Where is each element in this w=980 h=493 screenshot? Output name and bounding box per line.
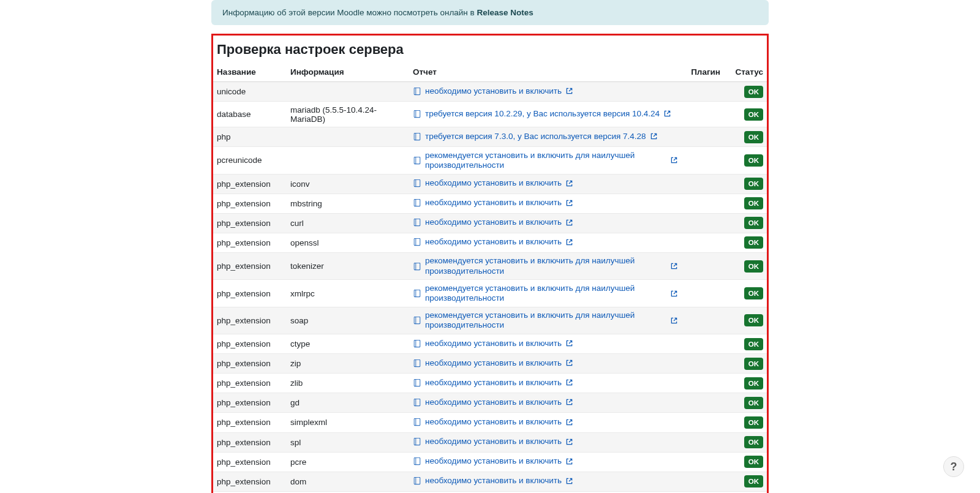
report-text: необходимо установить и включить [425, 86, 562, 96]
cell-status: OK [724, 252, 767, 279]
cell-report: требуется версия 7.3.0, у Вас использует… [409, 127, 681, 147]
status-badge: OK [744, 154, 763, 167]
server-checks-table: Название Информация Отчет Плагин Статус … [213, 62, 767, 493]
table-row: php_extensiongdнеобходимо установить и в… [213, 393, 767, 413]
report-text: необходимо установить и включить [425, 198, 562, 208]
external-link-icon [671, 157, 677, 164]
cell-info [287, 82, 409, 102]
cell-report: требуется версия 10.2.29, у Вас использу… [409, 102, 681, 127]
cell-name: php_extension [213, 174, 287, 194]
release-notes-link[interactable]: Release Notes [477, 8, 533, 17]
release-notes-alert: Информацию об этой версии Moodle можно п… [211, 0, 769, 25]
external-link-icon [566, 438, 573, 445]
cell-plugin [681, 452, 724, 472]
cell-report: рекомендуется установить и включить для … [409, 307, 681, 334]
report-text: рекомендуется установить и включить для … [425, 284, 666, 303]
book-icon [413, 218, 421, 227]
status-badge: OK [744, 217, 763, 229]
cell-plugin [681, 354, 724, 374]
table-row: phpтребуется версия 7.3.0, у Вас использ… [213, 127, 767, 147]
cell-report: необходимо установить и включить [409, 432, 681, 452]
cell-info: ctype [287, 334, 409, 354]
report-text: рекомендуется установить и включить для … [425, 151, 666, 170]
external-link-icon [566, 359, 573, 366]
cell-status: OK [724, 82, 767, 102]
report-link[interactable]: необходимо установить и включить [413, 178, 573, 188]
report-link[interactable]: необходимо установить и включить [413, 198, 573, 208]
status-badge: OK [744, 314, 763, 326]
report-link[interactable]: необходимо установить и включить [413, 417, 573, 427]
report-link[interactable]: рекомендуется установить и включить для … [413, 151, 677, 170]
report-link[interactable]: необходимо установить и включить [413, 476, 573, 486]
cell-info: tokenizer [287, 252, 409, 279]
report-text: необходимо установить и включить [425, 417, 562, 427]
alert-text: Информацию об этой версии Moodle можно п… [222, 8, 477, 17]
book-icon [413, 87, 421, 96]
report-link[interactable]: необходимо установить и включить [413, 217, 573, 227]
status-badge: OK [744, 108, 763, 121]
cell-status: OK [724, 334, 767, 354]
cell-report: необходимо установить и включить [409, 82, 681, 102]
book-icon [413, 156, 421, 165]
cell-status: OK [724, 452, 767, 472]
report-link[interactable]: необходимо установить и включить [413, 237, 573, 247]
cell-plugin [681, 472, 724, 491]
table-row: php_extensionxmlrpcрекомендуется установ… [213, 280, 767, 307]
table-row: php_extensionctypeнеобходимо установить … [213, 334, 767, 354]
report-link[interactable]: необходимо установить и включить [413, 339, 573, 348]
cell-name: php_extension [213, 374, 287, 393]
report-link[interactable]: требуется версия 7.3.0, у Вас использует… [413, 132, 657, 141]
cell-plugin [681, 147, 724, 174]
cell-plugin [681, 413, 724, 432]
table-row: php_extensionmbstringнеобходимо установи… [213, 194, 767, 213]
cell-status: OK [724, 233, 767, 252]
cell-status: OK [724, 354, 767, 374]
report-link[interactable]: требуется версия 10.2.29, у Вас использу… [413, 109, 671, 119]
external-link-icon [650, 133, 657, 140]
external-link-icon [566, 88, 573, 94]
table-row: php_extensionzlibнеобходимо установить и… [213, 374, 767, 393]
table-row: php_extensiontokenizerрекомендуется уста… [213, 252, 767, 279]
cell-name: php_extension [213, 213, 287, 233]
report-link[interactable]: рекомендуется установить и включить для … [413, 310, 677, 330]
report-link[interactable]: рекомендуется установить и включить для … [413, 256, 677, 276]
cell-name: php_extension [213, 233, 287, 252]
cell-plugin [681, 194, 724, 213]
external-link-icon [566, 478, 573, 484]
cell-report: необходимо установить и включить [409, 233, 681, 252]
cell-plugin [681, 174, 724, 194]
report-text: необходимо установить и включить [425, 456, 562, 466]
status-badge: OK [744, 377, 763, 390]
external-link-icon [566, 379, 573, 386]
report-link[interactable]: необходимо установить и включить [413, 358, 573, 368]
cell-name: php_extension [213, 393, 287, 413]
cell-report: необходимо установить и включить [409, 374, 681, 393]
cell-name: php_extension [213, 252, 287, 279]
cell-status: OK [724, 147, 767, 174]
report-link[interactable]: необходимо установить и включить [413, 437, 573, 446]
report-link[interactable]: необходимо установить и включить [413, 86, 573, 96]
status-badge: OK [744, 86, 763, 98]
cell-status: OK [724, 413, 767, 432]
help-button[interactable]: ? [943, 456, 964, 477]
cell-report: необходимо установить и включить [409, 452, 681, 472]
cell-report: необходимо установить и включить [409, 194, 681, 213]
report-text: необходимо установить и включить [425, 339, 562, 348]
cell-name: pcreunicode [213, 147, 287, 174]
book-icon [413, 378, 421, 387]
cell-status: OK [724, 280, 767, 307]
report-link[interactable]: необходимо установить и включить [413, 378, 573, 388]
cell-name: php [213, 127, 287, 147]
report-link[interactable]: необходимо установить и включить [413, 456, 573, 466]
report-link[interactable]: рекомендуется установить и включить для … [413, 284, 677, 303]
report-text: необходимо установить и включить [425, 237, 562, 247]
table-header-row: Название Информация Отчет Плагин Статус [213, 62, 767, 82]
cell-status: OK [724, 432, 767, 452]
book-icon [413, 339, 421, 348]
cell-report: необходимо установить и включить [409, 354, 681, 374]
external-link-icon [566, 458, 573, 465]
report-link[interactable]: необходимо установить и включить [413, 397, 573, 407]
book-icon [413, 262, 421, 271]
report-text: необходимо установить и включить [425, 178, 562, 188]
status-badge: OK [744, 475, 763, 487]
